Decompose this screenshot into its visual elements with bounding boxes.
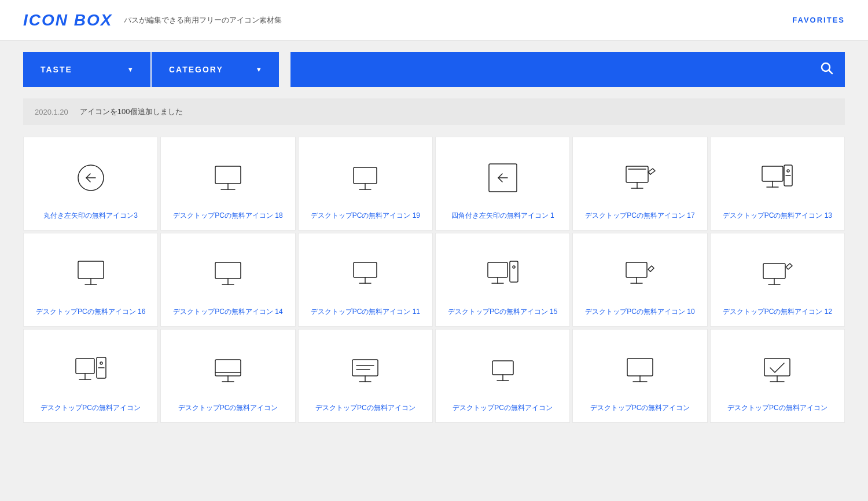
icon-image-11 — [754, 251, 800, 297]
svg-rect-17 — [762, 166, 783, 181]
svg-rect-37 — [626, 262, 647, 277]
icon-label: デスクトップPCの無料アイコン 16 — [36, 306, 145, 317]
icon-image-8 — [342, 251, 388, 297]
svg-rect-40 — [763, 264, 785, 279]
icon-label: デスクトップPCの無料アイコン 12 — [723, 306, 832, 317]
icon-label: デスクトップPCの無料アイコン 17 — [585, 210, 694, 221]
icon-card[interactable]: デスクトップPCの無料アイコン 18 — [160, 137, 295, 231]
icon-image-1 — [205, 155, 251, 201]
icon-card[interactable]: デスクトップPCの無料アイコン 12 — [710, 233, 845, 327]
icon-image-7 — [205, 251, 251, 297]
svg-rect-29 — [354, 262, 377, 277]
search-bar[interactable] — [290, 52, 845, 87]
icon-label: デスクトップPCの無料アイコン — [727, 403, 827, 413]
icon-image-4 — [617, 155, 663, 201]
category-chevron-icon: ▾ — [257, 65, 262, 74]
icon-card[interactable]: デスクトップPCの無料アイコン — [23, 329, 158, 423]
svg-rect-61 — [627, 359, 653, 376]
search-icon — [819, 61, 833, 78]
icon-card[interactable]: デスクトップPCの無料アイコン 19 — [298, 137, 433, 231]
svg-rect-64 — [764, 359, 790, 376]
icon-card[interactable]: デスクトップPCの無料アイコン — [572, 329, 707, 423]
icon-label: デスクトップPCの無料アイコン 18 — [173, 210, 282, 221]
icon-image-16 — [617, 347, 663, 393]
favorites-link[interactable]: FAVORITES — [792, 16, 845, 24]
icon-label: デスクトップPCの無料アイコン — [453, 403, 553, 413]
icon-image-15 — [480, 347, 526, 393]
icon-label: デスクトップPCの無料アイコン — [41, 403, 141, 413]
icon-image-13 — [205, 347, 251, 393]
icon-image-9 — [480, 251, 526, 297]
icon-label: デスクトップPCの無料アイコン 14 — [173, 306, 282, 317]
icon-label: デスクトップPCの無料アイコン — [590, 403, 690, 413]
svg-rect-4 — [215, 166, 241, 184]
icon-card[interactable]: 四角付き左矢印の無料アイコン 1 — [435, 137, 570, 231]
icon-image-6 — [68, 251, 114, 297]
icon-card[interactable]: デスクトップPCの無料アイコン — [160, 329, 295, 423]
taste-label: TASTE — [41, 65, 72, 74]
icon-label: デスクトップPCの無料アイコン 10 — [585, 306, 694, 317]
logo-area: ICON BOX パスが編集できる商用フリーのアイコン素材集 — [23, 11, 282, 30]
svg-rect-26 — [215, 262, 241, 279]
icon-label: 丸付き左矢印の無料アイコン3 — [43, 210, 138, 221]
icon-card[interactable]: デスクトップPCの無料アイコン 15 — [435, 233, 570, 327]
icon-card[interactable]: 丸付き左矢印の無料アイコン3 — [23, 137, 158, 231]
icon-image-17 — [754, 347, 800, 393]
icon-grid: 丸付き左矢印の無料アイコン3 デスクトップPCの無料アイコン 18 デスクトップ… — [0, 137, 868, 446]
news-date: 2020.1.20 — [35, 108, 68, 116]
icon-card[interactable]: デスクトップPCの無料アイコン 17 — [572, 137, 707, 231]
icon-label: デスクトップPCの無料アイコン — [178, 403, 278, 413]
svg-point-47 — [100, 362, 102, 364]
svg-rect-32 — [488, 262, 507, 277]
icon-label: デスクトップPCの無料アイコン — [315, 403, 415, 413]
icon-image-3 — [480, 155, 526, 201]
logo-subtitle: パスが編集できる商用フリーのアイコン素材集 — [124, 15, 282, 25]
icon-label: デスクトップPCの無料アイコン 19 — [311, 210, 420, 221]
svg-rect-12 — [626, 166, 648, 182]
icon-card[interactable]: デスクトップPCの無料アイコン — [298, 329, 433, 423]
icon-card[interactable]: デスクトップPCの無料アイコン 14 — [160, 233, 295, 327]
icon-image-14 — [342, 347, 388, 393]
icon-card[interactable]: デスクトップPCの無料アイコン 13 — [710, 137, 845, 231]
icon-card[interactable]: デスクトップPCの無料アイコン 16 — [23, 233, 158, 327]
icon-card[interactable]: デスクトップPCの無料アイコン — [710, 329, 845, 423]
svg-rect-49 — [215, 360, 241, 376]
category-label: CATEGORY — [169, 65, 223, 74]
icon-label: 四角付き左矢印の無料アイコン 1 — [451, 210, 554, 221]
filter-bar: TASTE ▾ CATEGORY ▾ — [0, 41, 868, 98]
header: ICON BOX パスが編集できる商用フリーのアイコン素材集 FAVORITES — [0, 0, 868, 41]
icon-card[interactable]: デスクトップPCの無料アイコン 10 — [572, 233, 707, 327]
icon-label: デスクトップPCの無料アイコン 11 — [311, 306, 420, 317]
svg-rect-7 — [354, 167, 377, 184]
news-bar: 2020.1.20 アイコンを100個追加しました — [23, 98, 845, 125]
svg-rect-43 — [76, 359, 94, 374]
svg-rect-23 — [78, 261, 104, 279]
svg-line-1 — [829, 71, 833, 74]
icon-card[interactable]: デスクトップPCの無料アイコン 11 — [298, 233, 433, 327]
svg-rect-35 — [510, 261, 518, 282]
logo[interactable]: ICON BOX — [23, 11, 112, 30]
category-filter-button[interactable]: CATEGORY ▾ — [152, 52, 279, 87]
svg-point-21 — [787, 170, 789, 172]
news-text: アイコンを100個追加しました — [80, 107, 183, 117]
icon-image-5 — [754, 155, 800, 201]
taste-chevron-icon: ▾ — [128, 65, 133, 74]
icon-image-10 — [617, 251, 663, 297]
icon-label: デスクトップPCの無料アイコン 13 — [723, 210, 832, 221]
icon-image-2 — [342, 155, 388, 201]
svg-rect-58 — [492, 361, 513, 375]
taste-filter-button[interactable]: TASTE ▾ — [23, 52, 150, 87]
icon-image-0 — [68, 155, 114, 201]
svg-rect-53 — [352, 360, 378, 376]
icon-card[interactable]: デスクトップPCの無料アイコン — [435, 329, 570, 423]
icon-image-12 — [68, 347, 114, 393]
svg-point-36 — [513, 266, 515, 268]
icon-label: デスクトップPCの無料アイコン 15 — [448, 306, 557, 317]
